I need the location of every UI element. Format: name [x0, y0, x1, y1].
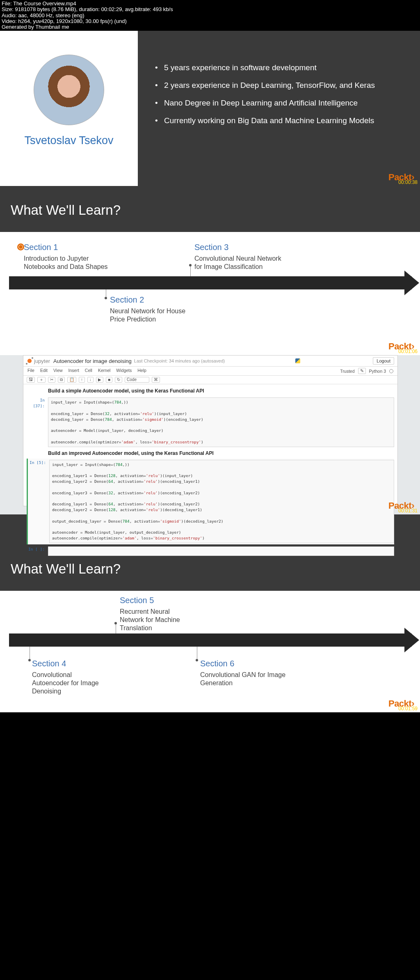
meta-gen: Generated by Thumbnail me	[2, 24, 418, 30]
markdown-heading: Build an improved Autoencoder model, usi…	[48, 450, 394, 457]
stop-icon[interactable]: ■	[106, 377, 112, 383]
section-heading: Section 1	[24, 243, 112, 252]
move-up-icon[interactable]: ↑	[79, 377, 85, 383]
section-text: Introduction to Jupyter Notebooks and Da…	[24, 255, 112, 271]
meta-audio: Audio: aac, 48000 Hz, stereo (eng)	[2, 13, 418, 18]
menu-edit[interactable]: Edit	[40, 368, 48, 374]
code-content[interactable]: input_layer = Input(shape=(784,)) encodi…	[48, 397, 394, 447]
section-1: Section 1 Introduction to Jupyter Notebo…	[24, 243, 112, 271]
timeline-start-dot	[17, 243, 24, 250]
cut-icon[interactable]: ✂	[48, 377, 55, 383]
cell-prompt: In [37]:	[27, 397, 48, 447]
code-cell[interactable]: In [37]: input_layer = Input(shape=(784,…	[27, 396, 394, 448]
timeline-arrow	[9, 276, 412, 289]
timeline-tick	[197, 647, 197, 659]
timeline-tick	[106, 289, 106, 297]
timestamp: 00:01:06	[398, 349, 418, 354]
menu-view[interactable]: View	[53, 368, 63, 374]
markdown-heading: Build a simple Autoencoder model, using …	[48, 388, 394, 395]
kernel-status-icon	[389, 369, 393, 373]
notebook-title[interactable]: Autoencoder for image denoising	[53, 358, 132, 364]
section-heading: Section 3	[194, 243, 283, 252]
section-4: Section 4 Convolutional Autoencoder for …	[32, 659, 102, 695]
code-cell-active[interactable]: In [5]: input_layer = Input(shape=(784,)…	[27, 459, 394, 544]
slide-jupyter: jupyter Autoencoder for image denoising …	[0, 355, 420, 514]
section-text: Convolutional GAN for Image Generation	[200, 671, 288, 687]
kernel-name[interactable]: Python 3	[369, 369, 386, 374]
timeline-2: Section 5 Recurrent Neural Network for M…	[0, 591, 420, 712]
timeline-1: Section 1 Introduction to Jupyter Notebo…	[0, 232, 420, 355]
section-5: Section 5 Recurrent Neural Network for M…	[120, 596, 194, 632]
slide-title: What We'll Learn?	[11, 202, 409, 218]
section-heading: Section 4	[32, 659, 102, 668]
section-heading: Section 5	[120, 596, 194, 605]
cell-prompt: In [5]:	[28, 460, 49, 543]
timestamp: 00:01:31	[398, 508, 418, 514]
author-card: Tsvetoslav Tsekov	[0, 31, 138, 186]
section-heading: Section 6	[200, 659, 288, 668]
author-avatar	[34, 55, 104, 125]
menu-cell[interactable]: Cell	[85, 368, 92, 374]
meta-video: Video: h264, yuv420p, 1920x1080, 30.00 f…	[2, 18, 418, 24]
code-content[interactable]	[48, 546, 394, 556]
section-heading: Section 2	[110, 295, 198, 305]
jupyter-header: jupyter Autoencoder for image denoising …	[23, 356, 397, 367]
section-text: Convolutional Neural Network for Image C…	[194, 255, 283, 271]
checkpoint-text: Last Checkpoint: 34 minutes ago (autosav…	[134, 358, 225, 363]
restart-icon[interactable]: ↻	[115, 377, 122, 383]
video-metadata: File: The Course Overview.mp4 Size: 9181…	[0, 0, 420, 31]
slide-author: Tsvetoslav Tsekov 5 years experience in …	[0, 31, 420, 186]
menu-widgets[interactable]: Widgets	[116, 368, 132, 374]
cell-prompt: In [ ]:	[27, 546, 48, 556]
notebook-body: Build a simple Autoencoder model, using …	[23, 384, 397, 561]
bullet-item: 5 years experience in software developme…	[155, 63, 398, 73]
bullet-item: Currently working on Big Data and Machin…	[155, 116, 398, 126]
timeline-tick	[190, 266, 191, 276]
jupyter-menu-bar: File Edit View Insert Cell Kernel Widget…	[23, 367, 397, 376]
slide-header: What We'll Learn?	[0, 186, 420, 232]
author-bullets: 5 years experience in software developme…	[138, 31, 420, 186]
section-text: Recurrent Neural Network for Machine Tra…	[120, 608, 194, 632]
menu-file[interactable]: File	[27, 368, 34, 374]
section-text: Neural Network for House Price Predictio…	[110, 307, 198, 324]
timeline-tick	[30, 647, 30, 659]
jupyter-brand: jupyter	[34, 358, 50, 364]
run-icon[interactable]: ▶	[96, 377, 103, 383]
meta-size: Size: 9181078 bytes (8.76 MiB), duration…	[2, 7, 418, 12]
timestamp: 00:00:38	[398, 179, 418, 185]
author-name: Tsvetoslav Tsekov	[24, 134, 113, 147]
move-down-icon[interactable]: ↓	[87, 377, 94, 383]
timestamp: 00:01:59	[398, 706, 418, 711]
edit-icon[interactable]: ✎	[358, 368, 366, 374]
timeline-arrow	[9, 633, 412, 647]
logout-button[interactable]: Logout	[373, 357, 394, 365]
bullet-item: Nano Degree in Deep Learning and Artific…	[155, 98, 398, 108]
python-icon	[295, 358, 300, 363]
paste-icon[interactable]: 📋	[67, 377, 76, 383]
jupyter-toolbar: 🖫 ＋ ✂ ⧉ 📋 ↑ ↓ ▶ ■ ↻ Code ⌘	[23, 376, 397, 384]
section-6: Section 6 Convolutional GAN for Image Ge…	[200, 659, 288, 687]
command-palette-icon[interactable]: ⌘	[152, 377, 160, 383]
slide-title: What We'll Learn?	[11, 561, 409, 577]
section-text: Convolutional Autoencoder for Image Deno…	[32, 671, 102, 695]
timeline-tick	[116, 624, 116, 633]
copy-icon[interactable]: ⧉	[58, 377, 65, 383]
code-cell-empty[interactable]: In [ ]:	[27, 545, 394, 558]
section-2: Section 2 Neural Network for House Price…	[110, 295, 198, 324]
cell-type-select[interactable]: Code	[125, 377, 149, 383]
save-icon[interactable]: 🖫	[27, 377, 35, 383]
meta-file: File: The Course Overview.mp4	[2, 1, 418, 7]
code-content[interactable]: input_layer = Input(shape=(784,)) encodi…	[49, 460, 394, 543]
jupyter-window: jupyter Autoencoder for image denoising …	[23, 355, 398, 506]
add-cell-icon[interactable]: ＋	[37, 377, 46, 383]
bullet-item: 2 years experience in Deep Learning, Ten…	[155, 80, 398, 91]
trusted-label[interactable]: Trusted	[340, 369, 354, 374]
menu-kernel[interactable]: Kernel	[98, 368, 110, 374]
menu-insert[interactable]: Insert	[68, 368, 79, 374]
section-3: Section 3 Convolutional Neural Network f…	[194, 243, 283, 271]
menu-help[interactable]: Help	[137, 368, 146, 374]
jupyter-logo-icon	[27, 358, 32, 364]
